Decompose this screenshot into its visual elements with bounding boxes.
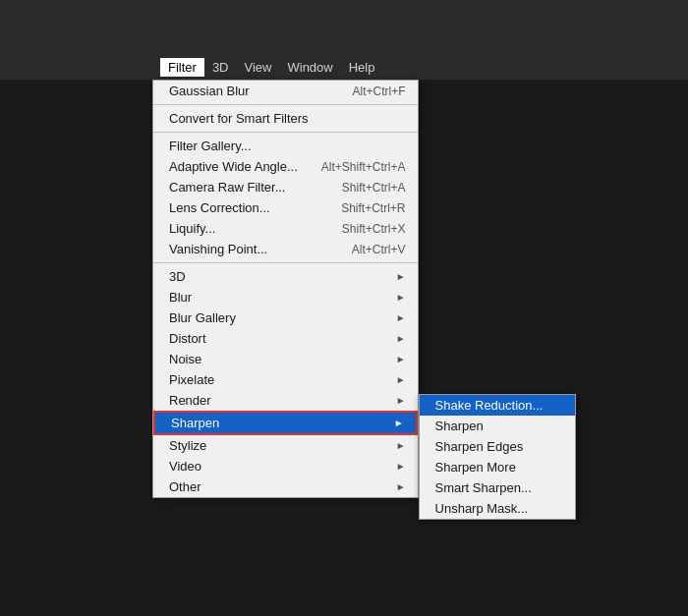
menu-item-label: Convert for Smart Filters — [169, 111, 309, 126]
menu-shortcut: Shift+Ctrl+A — [342, 181, 406, 195]
menu-shortcut: Alt+Ctrl+V — [352, 243, 406, 256]
menu-shortcut: Shift+Ctrl+X — [342, 222, 406, 236]
menu-item-label: Adaptive Wide Angle... — [169, 159, 298, 174]
menubar: Filter 3D View Window Help — [152, 54, 418, 80]
app-background: Filter 3D View Window Help Gaussian Blur… — [0, 0, 688, 616]
menu-shortcut: Shift+Ctrl+R — [341, 201, 405, 215]
menu-item-label: Blur — [169, 290, 192, 305]
menu-shortcut: Alt+Shift+Ctrl+A — [321, 160, 406, 174]
separator-1 — [153, 104, 418, 105]
menu-item-label: Noise — [169, 352, 201, 366]
submenu-arrow-icon: ► — [396, 354, 406, 364]
top-bar — [0, 0, 688, 54]
menu-item-blur[interactable]: Blur ► — [153, 287, 418, 308]
menu-item-label: Blur Gallery — [169, 310, 236, 325]
submenu-item-label: Unsharp Mask... — [435, 501, 529, 516]
submenu-item-smart-sharpen[interactable]: Smart Sharpen... — [420, 477, 575, 498]
filter-dropdown: Gaussian Blur Alt+Ctrl+F Convert for Sma… — [152, 80, 419, 498]
menu-item-stylize[interactable]: Stylize ► — [153, 435, 418, 456]
submenu-item-shake-reduction[interactable]: Shake Reduction... — [420, 395, 575, 416]
submenu-arrow-icon: ► — [396, 395, 406, 406]
menu-item-blur-gallery[interactable]: Blur Gallery ► — [153, 308, 418, 328]
menu-item-filter-gallery[interactable]: Filter Gallery... — [153, 136, 418, 156]
menu-item-noise[interactable]: Noise ► — [153, 349, 418, 369]
menu-item-liquify[interactable]: Liquify... Shift+Ctrl+X — [153, 218, 418, 239]
menu-item-vanishing-point[interactable]: Vanishing Point... Alt+Ctrl+V — [153, 239, 418, 259]
menu-item-label: Lens Correction... — [169, 200, 270, 215]
menu-item-gaussian-blur[interactable]: Gaussian Blur Alt+Ctrl+F — [153, 81, 418, 101]
submenu-item-sharpen-more[interactable]: Sharpen More — [420, 457, 575, 477]
menubar-item-view[interactable]: View — [237, 58, 280, 77]
dropdown-container: Gaussian Blur Alt+Ctrl+F Convert for Sma… — [152, 80, 419, 498]
menu-item-label: Pixelate — [169, 372, 214, 387]
submenu-item-sharpen[interactable]: Sharpen — [420, 416, 575, 436]
submenu-item-label: Smart Sharpen... — [435, 480, 532, 495]
menu-item-distort[interactable]: Distort ► — [153, 328, 418, 349]
menu-item-lens-correction[interactable]: Lens Correction... Shift+Ctrl+R — [153, 197, 418, 218]
submenu-arrow-icon: ► — [396, 440, 406, 451]
menu-item-sharpen[interactable]: Sharpen ► — [153, 411, 418, 435]
submenu-arrow-icon: ► — [396, 461, 406, 472]
menu-item-label: Gaussian Blur — [169, 84, 250, 98]
menu-item-label: Camera Raw Filter... — [169, 180, 285, 195]
submenu-arrow-icon: ► — [396, 481, 406, 492]
submenu-item-label: Sharpen — [435, 419, 484, 433]
menu-item-render[interactable]: Render ► — [153, 390, 418, 411]
menu-item-convert-smart[interactable]: Convert for Smart Filters — [153, 108, 418, 129]
menu-item-label: Distort — [169, 331, 206, 346]
menu-item-label: Filter Gallery... — [169, 139, 252, 153]
menubar-item-filter[interactable]: Filter — [160, 58, 204, 77]
menu-shortcut: Alt+Ctrl+F — [353, 84, 406, 98]
menu-item-label: Video — [169, 459, 201, 474]
submenu-arrow-icon: ► — [396, 374, 406, 385]
menu-item-3d[interactable]: 3D ► — [153, 266, 418, 287]
menubar-item-help[interactable]: Help — [341, 58, 383, 77]
menu-item-adaptive-wide[interactable]: Adaptive Wide Angle... Alt+Shift+Ctrl+A — [153, 156, 418, 177]
menubar-item-3d[interactable]: 3D — [204, 58, 237, 77]
separator-3 — [153, 262, 418, 263]
menu-item-label: Render — [169, 393, 211, 408]
submenu-item-label: Sharpen More — [435, 460, 516, 475]
submenu-arrow-icon: ► — [396, 271, 406, 282]
menu-item-pixelate[interactable]: Pixelate ► — [153, 369, 418, 390]
sharpen-submenu: Shake Reduction... Sharpen Sharpen Edges… — [419, 394, 576, 520]
menu-item-label: 3D — [169, 269, 186, 284]
submenu-item-label: Shake Reduction... — [435, 398, 544, 413]
menu-item-other[interactable]: Other ► — [153, 476, 418, 497]
menu-item-label: Stylize — [169, 438, 206, 453]
submenu-item-label: Sharpen Edges — [435, 439, 524, 454]
menubar-item-window[interactable]: Window — [279, 58, 340, 77]
submenu-arrow-icon: ► — [396, 292, 406, 303]
menu-item-label: Other — [169, 479, 201, 494]
submenu-arrow-icon: ► — [394, 418, 404, 428]
submenu-arrow-icon: ► — [396, 333, 406, 344]
submenu-arrow-icon: ► — [396, 312, 406, 323]
menu-item-label: Sharpen — [171, 416, 219, 430]
submenu-item-unsharp-mask[interactable]: Unsharp Mask... — [420, 498, 575, 519]
menu-item-camera-raw[interactable]: Camera Raw Filter... Shift+Ctrl+A — [153, 177, 418, 197]
menu-item-label: Liquify... — [169, 221, 215, 236]
submenu-item-sharpen-edges[interactable]: Sharpen Edges — [420, 436, 575, 457]
menu-item-video[interactable]: Video ► — [153, 456, 418, 476]
separator-2 — [153, 132, 418, 133]
menu-item-label: Vanishing Point... — [169, 242, 267, 256]
